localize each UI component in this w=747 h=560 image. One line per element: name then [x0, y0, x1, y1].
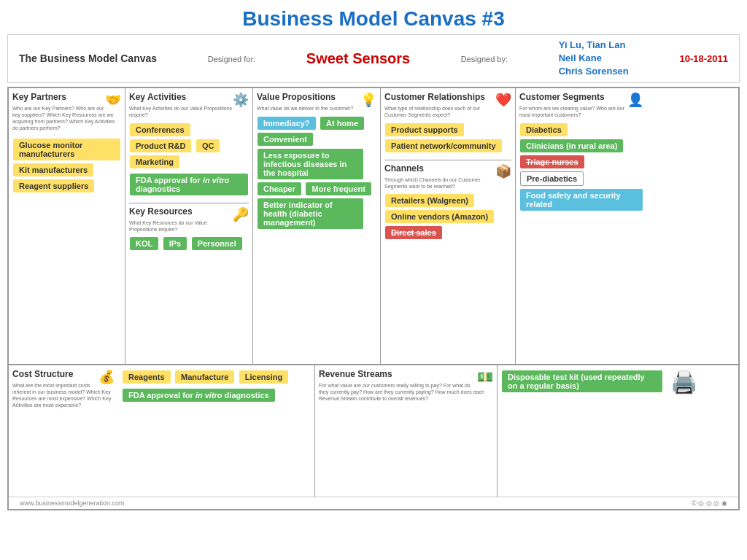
footer-bar: www.businessmodelgeneration.com © ◎ ◎ ◎ … — [9, 497, 738, 509]
key-partners-desc: Who are our Key Partners? Who are our ke… — [12, 105, 121, 131]
tag-convenient[interactable]: Convenient — [258, 133, 313, 146]
key-resources-desc: What Key Resources do our Value Proposit… — [129, 219, 249, 233]
cost-structure-section: 💰 Cost Structure What are the most impor… — [9, 365, 315, 497]
header-bar: The Business Model Canvas Designed for: … — [7, 34, 740, 83]
cr-title: Customer Relationships — [384, 92, 511, 102]
channels-subsection: 📦 Channels Through which Channels do our… — [384, 160, 511, 241]
tag-better-indicator[interactable]: Better indicator of health (diabetic man… — [258, 198, 363, 229]
activities-icon: ⚙️ — [233, 92, 249, 108]
cost-desc: What are the most important costs inhere… — [12, 382, 115, 408]
cs-title: Customer Segments — [519, 92, 643, 102]
key-activities-desc: What Key Activities do our Value Proposi… — [129, 105, 249, 118]
tag-kol[interactable]: KOL — [130, 237, 158, 250]
key-resources-subsection: 🔑 Key Resources What Key Resources do ou… — [129, 203, 249, 252]
tag-licensing[interactable]: Licensing — [239, 370, 288, 384]
tag-cheaper[interactable]: Cheaper — [258, 182, 301, 195]
tag-direct-sales[interactable]: Direct sales — [385, 226, 442, 239]
key-partners-tags: Glucose monitor manufacturers Kit manufa… — [12, 137, 121, 194]
company-name: Sweet Sensors — [306, 50, 410, 67]
vp-icon: 💡 — [360, 92, 376, 108]
tag-conferences[interactable]: Conferences — [130, 123, 190, 136]
tag-reagent[interactable]: Reagent suppliers — [13, 179, 94, 192]
tag-product-supports[interactable]: Product supports — [385, 123, 464, 136]
revenue-tags-section: Disposable test kit (used repeatedly on … — [498, 365, 738, 497]
tag-less-exposure[interactable]: Less exposure to infectious diseases in … — [258, 149, 363, 179]
designed-for-label: Designed for: — [208, 52, 255, 65]
cr-desc: What type of relationship does each of o… — [384, 105, 511, 118]
key-activities-title: Key Activities — [129, 92, 249, 102]
tag-manufacture[interactable]: Manufacture — [175, 370, 234, 384]
tag-triage-nurses[interactable]: Triage nurses — [520, 155, 584, 168]
key-activities-section: ⚙️ Key Activities What Key Activities do… — [125, 88, 253, 364]
tag-personnel[interactable]: Personnel — [192, 237, 242, 250]
tag-at-home[interactable]: At home — [320, 117, 364, 130]
tag-disposable-kit[interactable]: Disposable test kit (used repeatedly on … — [502, 370, 662, 392]
key-resources-title: Key Resources — [129, 206, 249, 217]
cr-icon: ❤️ — [495, 92, 511, 108]
resources-tags: KOL IPs Personnel — [129, 236, 249, 252]
tag-clinicians[interactable]: Clinicians (in rural area) — [520, 139, 623, 152]
tag-fda-cost[interactable]: FDA approval for in vitro diagnostics — [123, 389, 275, 402]
value-propositions-section: 💡 Value Propositions What value do we de… — [253, 88, 381, 364]
key-partners-section: 🤝 Key Partners Who are our Key Partners?… — [9, 88, 125, 364]
tag-reagents[interactable]: Reagents — [123, 370, 171, 384]
customer-relationships-section: ❤️ Customer Relationships What type of r… — [381, 88, 516, 364]
team-names: Yi Lu, Tian Lan Neil Kane Chris Sorensen — [559, 39, 629, 79]
cost-icon: 💰 — [98, 369, 115, 385]
tag-ips[interactable]: IPs — [163, 237, 187, 250]
cs-tags: Diabetics Clinicians (in rural area) Tri… — [519, 122, 643, 212]
designed-by-section: Designed by: — [461, 52, 508, 65]
cr-tags: Product supports Patient network/communi… — [384, 122, 511, 154]
cs-icon: 👤 — [627, 92, 643, 108]
canvas-bottom-row: 💰 Cost Structure What are the most impor… — [9, 365, 738, 497]
cost-tags-area: Reagents Manufacture Licensing FDA appro… — [122, 369, 311, 408]
channels-title: Channels — [384, 163, 511, 174]
vp-desc: What value do we deliver to the customer… — [257, 105, 376, 112]
resources-icon: 🔑 — [233, 206, 249, 222]
header-date: 10-18-2011 — [679, 53, 728, 64]
tag-qc[interactable]: QC — [196, 139, 220, 152]
revenue-streams-section: 💵 Revenue Streams For what value are our… — [315, 365, 498, 497]
canvas-main-row: 🤝 Key Partners Who are our Key Partners?… — [9, 88, 738, 365]
vp-title: Value Propositions — [257, 92, 376, 102]
channels-desc: Through which Channels do our Customer S… — [384, 176, 511, 190]
revenue-title: Revenue Streams — [319, 369, 493, 379]
revenue-desc: For what value are our customers really … — [319, 382, 493, 402]
vp-tags: Immediacy? At home Convenient Less expos… — [257, 115, 376, 229]
customer-segments-section: 👤 Customer Segments For whom are we crea… — [516, 88, 647, 364]
cs-desc: For whom are we creating value? Who are … — [519, 105, 643, 118]
tag-product-rd[interactable]: Product R&D — [130, 139, 191, 152]
tag-patient-network[interactable]: Patient network/community — [385, 139, 502, 152]
tag-food-safety[interactable]: Food safety and security related — [520, 189, 643, 211]
channels-tags: Retailers (Walgreen) Online vendors (Ama… — [384, 192, 511, 241]
tag-retailers[interactable]: Retailers (Walgreen) — [385, 194, 474, 207]
channels-icon: 📦 — [495, 163, 511, 179]
tag-diabetics[interactable]: Diabetics — [520, 123, 568, 136]
footer-icons: © ◎ ◎ ◎ ◉ — [692, 499, 727, 507]
tag-online-vendors[interactable]: Online vendors (Amazon) — [385, 210, 494, 223]
tag-marketing[interactable]: Marketing — [130, 155, 179, 168]
footer-url: www.businessmodelgeneration.com — [20, 499, 125, 507]
page-wrapper: Business Model Canvas #3 The Business Mo… — [0, 0, 747, 510]
header-logo: The Business Model Canvas — [19, 52, 157, 64]
activities-tags: Conferences Product R&D QC Marketing FDA… — [129, 122, 249, 197]
business-model-canvas: 🤝 Key Partners Who are our Key Partners?… — [7, 87, 740, 510]
revenue-illustration-icon: 🖨️ — [670, 369, 697, 394]
page-title: Business Model Canvas #3 — [0, 0, 747, 34]
tag-kit[interactable]: Kit manufacturers — [13, 163, 93, 176]
revenue-icon: 💵 — [477, 369, 493, 385]
tag-glucose[interactable]: Glucose monitor manufacturers — [13, 139, 120, 160]
tag-pre-diabetics[interactable]: Pre-diabetics — [520, 171, 584, 186]
tag-immediacy[interactable]: Immediacy? — [258, 117, 316, 130]
partners-icon: 🤝 — [105, 92, 121, 108]
tag-more-frequent[interactable]: More frequent — [306, 182, 371, 195]
tag-fda-activities[interactable]: FDA approval for in vitro diagnostics — [130, 174, 248, 195]
